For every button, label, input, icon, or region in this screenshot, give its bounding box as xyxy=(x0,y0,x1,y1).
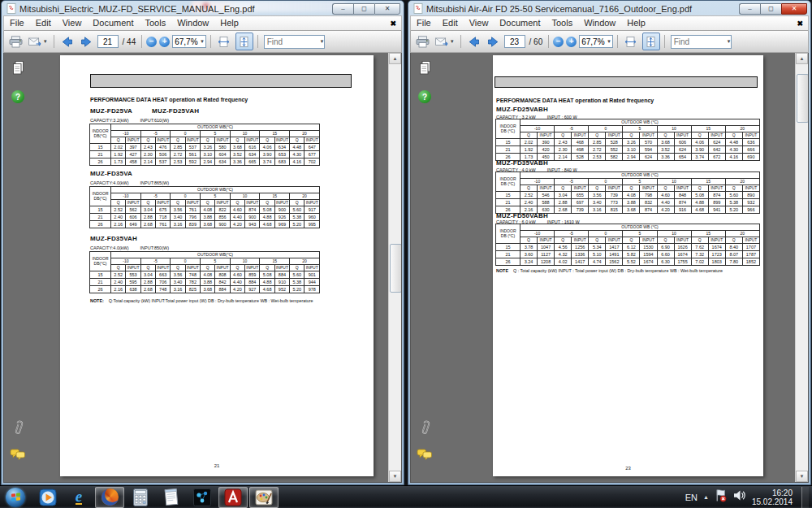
find-caret-icon[interactable]: ▾ xyxy=(727,38,732,45)
email-button[interactable]: ▾ xyxy=(434,33,456,50)
windows-media-player-icon[interactable] xyxy=(33,487,63,508)
zoom-in-button[interactable]: + xyxy=(566,37,577,47)
maximize-button[interactable]: ◻ xyxy=(760,3,781,15)
table-header-row: INDOORDB (°C)OUTDOOR WB (°C) xyxy=(496,119,760,126)
fit-width-button[interactable] xyxy=(215,33,233,50)
pages-icon[interactable] xyxy=(417,59,433,76)
internet-explorer-icon[interactable]: e xyxy=(64,487,93,508)
scroll-down-arrow[interactable]: ▼ xyxy=(389,471,401,482)
table-cell: 3.88 xyxy=(201,279,215,286)
menu-item-window[interactable]: Window xyxy=(171,17,214,29)
previous-page-button[interactable] xyxy=(465,33,482,50)
howto-help-icon[interactable]: ? xyxy=(417,89,433,105)
q-input-header-cell: Q xyxy=(691,237,708,244)
find-input[interactable] xyxy=(265,37,320,46)
comments-icon[interactable] xyxy=(417,446,433,462)
table-cell: 690 xyxy=(742,154,759,161)
menu-item-tools[interactable]: Tools xyxy=(546,17,579,29)
zoom-out-button[interactable]: − xyxy=(553,37,564,47)
q-input-header-cell: Q xyxy=(260,265,274,271)
menu-item-document[interactable]: Document xyxy=(494,17,546,29)
title-bar[interactable]: Mitsubishi Air-Air FD 25-50 Servicemanua… xyxy=(410,1,809,15)
print-button[interactable] xyxy=(7,33,24,50)
table-cell: 808 xyxy=(215,271,230,279)
menu-item-view[interactable]: View xyxy=(464,17,495,29)
menu-item-file[interactable]: File xyxy=(4,17,30,29)
menu-item-file[interactable]: File xyxy=(411,17,437,29)
capacity-label: CAPACITY:3.2(kW) xyxy=(90,118,129,123)
scrollbar-thumb[interactable] xyxy=(390,244,402,293)
scroll-down-arrow[interactable]: ▼ xyxy=(796,471,808,482)
molecule-app-icon[interactable] xyxy=(188,487,217,508)
calculator-icon[interactable] xyxy=(126,487,155,508)
start-button[interactable] xyxy=(3,487,28,508)
close-button[interactable]: ✕ xyxy=(781,3,807,15)
q-input-header-cell: Q xyxy=(230,200,244,206)
menubar-close-icon[interactable]: ✖ xyxy=(385,20,401,28)
vertical-scrollbar[interactable]: ▲▼ xyxy=(795,53,808,482)
scroll-up-arrow[interactable]: ▲ xyxy=(796,53,808,64)
volume-speaker-icon[interactable] xyxy=(732,489,746,505)
pages-icon[interactable] xyxy=(10,59,26,76)
q-input-header-cell: INPUT xyxy=(538,132,555,139)
attachments-icon[interactable] xyxy=(417,419,433,435)
toolbar-separator xyxy=(210,35,211,48)
vertical-scrollbar[interactable]: ▲▼ xyxy=(388,53,401,482)
title-bar[interactable]: Mitsubishi_Electric_MUZ-FD_SERVICE_MANUA… xyxy=(3,1,402,15)
model-name: MUZ-FD35VABH xyxy=(496,159,548,167)
menu-item-help[interactable]: Help xyxy=(214,17,244,29)
tray-clock[interactable]: 16:20 15.02.2014 xyxy=(752,488,796,506)
action-center-flag-icon[interactable] xyxy=(715,488,727,506)
minimize-button[interactable]: – xyxy=(739,3,760,15)
next-page-button[interactable] xyxy=(78,33,95,50)
paint-icon[interactable] xyxy=(249,487,279,508)
print-button[interactable] xyxy=(414,33,431,50)
q-input-header-cell: INPUT xyxy=(708,132,725,139)
show-desktop-button[interactable] xyxy=(801,487,809,508)
menu-item-view[interactable]: View xyxy=(57,17,88,29)
zoom-level-select[interactable]: ▾ xyxy=(172,35,206,48)
table-cell: 2.43 xyxy=(140,144,155,151)
maximize-button[interactable]: ◻ xyxy=(353,3,374,15)
menu-item-document[interactable]: Document xyxy=(87,17,139,29)
adobe-reader-icon[interactable] xyxy=(218,487,248,508)
hidden-icons-button[interactable]: ▲ xyxy=(703,494,709,500)
minimize-button[interactable]: – xyxy=(332,3,353,15)
document-content-area: ?PERFORMANCE DATA HEAT operation at Rate… xyxy=(410,53,809,483)
menu-item-edit[interactable]: Edit xyxy=(437,17,464,29)
email-button[interactable]: ▾ xyxy=(27,33,50,50)
table-cell: 468 xyxy=(572,139,589,146)
zoom-level-input[interactable] xyxy=(581,37,607,46)
previous-page-button[interactable] xyxy=(58,33,76,50)
fit-width-button[interactable] xyxy=(622,33,640,50)
doc-heading: PERFORMANCE DATA HEAT operation at Rated… xyxy=(90,97,248,102)
zoom-level-input[interactable] xyxy=(174,37,200,46)
menu-item-window[interactable]: Window xyxy=(578,17,621,29)
zoom-level-select[interactable]: ▾ xyxy=(579,35,613,48)
fit-page-button[interactable] xyxy=(235,33,253,50)
firefox-icon[interactable] xyxy=(95,487,124,508)
page-number-input[interactable] xyxy=(97,35,119,48)
find-caret-icon[interactable]: ▾ xyxy=(320,38,325,45)
menu-item-edit[interactable]: Edit xyxy=(30,17,57,29)
table-cell: 624 xyxy=(640,154,657,161)
menu-item-help[interactable]: Help xyxy=(621,17,651,29)
scroll-up-arrow[interactable]: ▲ xyxy=(389,53,401,64)
tray-language[interactable]: EN xyxy=(685,493,698,502)
fit-page-button[interactable] xyxy=(642,33,660,50)
attachments-icon[interactable] xyxy=(10,419,26,435)
next-page-button[interactable] xyxy=(485,33,502,50)
find-input[interactable] xyxy=(672,37,727,46)
close-button[interactable]: ✕ xyxy=(374,3,400,15)
scrollbar-thumb[interactable] xyxy=(797,74,809,123)
notepad-icon[interactable] xyxy=(157,487,186,508)
menubar-close-icon[interactable]: ✖ xyxy=(792,20,808,28)
menu-item-tools[interactable]: Tools xyxy=(140,17,172,29)
howto-help-icon[interactable]: ? xyxy=(10,89,26,105)
comments-icon[interactable] xyxy=(10,446,26,462)
zoom-out-button[interactable]: − xyxy=(146,37,157,47)
table-cell: 3.90 xyxy=(260,151,274,158)
table-cell: 874 xyxy=(708,192,725,199)
zoom-in-button[interactable]: + xyxy=(159,37,170,47)
page-number-input[interactable] xyxy=(504,35,525,48)
